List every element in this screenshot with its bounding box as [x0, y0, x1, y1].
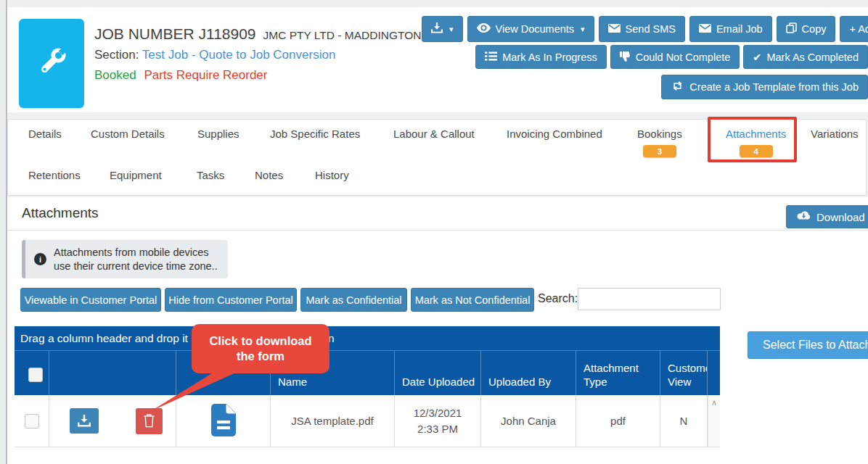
status-alert: Parts Require Reorder: [144, 68, 267, 82]
retweet-icon: [671, 81, 684, 93]
mobile-timezone-note: i Attachments from mobile devices use th…: [22, 240, 228, 278]
attachments-panel-title: Attachments: [22, 205, 99, 221]
mark-confidential-button[interactable]: Mark as Confidential: [300, 288, 407, 312]
download-icon: [431, 22, 443, 36]
could-not-complete-label: Could Not Complete: [636, 51, 731, 63]
row-file-type-cell: [176, 395, 271, 447]
download-form-tooltip: Click to download the form: [192, 324, 329, 373]
envelope-icon: [699, 23, 711, 35]
view-documents-label: View Documents: [496, 23, 575, 35]
tab-history[interactable]: History: [315, 169, 349, 181]
create-job-template-button[interactable]: Create a Job Template from this Job: [661, 75, 868, 99]
tab-attachments[interactable]: Attachments 4: [726, 128, 786, 157]
row-customer-view-cell: N: [660, 395, 708, 447]
tab-tasks[interactable]: Tasks: [197, 169, 224, 181]
add-to-contract-button[interactable]: + Add to Contract: [840, 16, 868, 42]
tab-job-specific-rates[interactable]: Job Specific Rates: [270, 128, 360, 140]
copy-button[interactable]: Copy: [777, 16, 836, 42]
select-files-label: Select Files to Attach: [763, 339, 868, 352]
row-name-cell[interactable]: JSA template.pdf: [271, 395, 395, 447]
status-line: Booked Parts Require Reorder: [94, 68, 267, 83]
mark-in-progress-button[interactable]: Mark As In Progress: [475, 45, 607, 69]
row-date-cell: 12/3/2021 2:33 PM: [395, 395, 481, 447]
chevron-down-icon: ▾: [581, 25, 585, 34]
page: JOB NUMBER J118909 JMC PTY LTD - MADDING…: [0, 0, 868, 464]
column-header-uploaded-by[interactable]: Uploaded By: [481, 351, 576, 395]
scroll-up-icon[interactable]: ∧: [711, 398, 717, 407]
column-header-date-uploaded[interactable]: Date Uploaded: [395, 351, 481, 395]
tab-retentions[interactable]: Retentions: [28, 169, 81, 181]
email-job-button[interactable]: Email Job: [689, 16, 772, 42]
job-number: JOB NUMBER J118909: [94, 25, 256, 43]
header-actions-cell: [49, 351, 176, 395]
tab-supplies[interactable]: Supplies: [197, 128, 239, 140]
create-job-template-label: Create a Job Template from this Job: [689, 81, 859, 93]
job-header-card: JOB NUMBER J118909 JMC PTY LTD - MADDING…: [7, 7, 868, 112]
tab-bookings[interactable]: Bookings 3: [637, 128, 682, 157]
header-select-all-cell: [15, 351, 49, 395]
section-link[interactable]: Test Job - Quote to Job Conversion: [142, 48, 335, 62]
search-input[interactable]: [578, 288, 721, 310]
thumbs-down-icon: [620, 51, 631, 64]
mark-completed-button[interactable]: ✔ Mark As Completed: [743, 45, 868, 69]
status-booked: Booked: [94, 68, 136, 82]
chevron-down-icon: ▾: [449, 25, 454, 34]
tab-details[interactable]: Details: [28, 128, 62, 140]
add-to-contract-label: + Add to Contract: [849, 23, 868, 35]
row-select-cell: [15, 395, 49, 447]
tab-equipment[interactable]: Equipment: [110, 169, 162, 181]
could-not-complete-button[interactable]: Could Not Complete: [610, 45, 740, 69]
info-icon: i: [34, 253, 46, 265]
checklist-icon: [485, 51, 497, 63]
tab-notes[interactable]: Notes: [255, 169, 283, 181]
copy-icon: [786, 22, 797, 36]
envelope-icon: [608, 23, 621, 35]
download-attachment-button[interactable]: [70, 408, 99, 434]
row-actions-cell: [49, 395, 176, 447]
download-dropdown-button[interactable]: ▾: [422, 16, 463, 42]
job-actions-row3: Create a Job Template from this Job: [653, 75, 868, 99]
tab-invoicing-combined[interactable]: Invoicing Combined: [507, 128, 602, 140]
copy-label: Copy: [802, 23, 827, 35]
hide-from-portal-button[interactable]: Hide from Customer Portal: [165, 288, 297, 312]
mark-completed-label: Mark As Completed: [766, 51, 859, 63]
job-company: JMC PTY LTD - MADDINGTON: [263, 29, 422, 42]
panel-divider: [7, 230, 868, 231]
job-tabs-card: Details Custom Details Supplies Job Spec…: [7, 119, 867, 196]
pdf-file-icon[interactable]: [211, 404, 236, 439]
section-label: Section:: [94, 48, 139, 62]
attachments-grid: Drag a column header and drop it here to…: [15, 326, 720, 464]
job-type-icon-tile: [19, 19, 84, 108]
column-header-attachment-type[interactable]: Attachment Type: [576, 351, 660, 395]
grid-group-hint-bar[interactable]: Drag a column header and drop it here to…: [15, 326, 720, 350]
tab-labour-callout[interactable]: Labour & Callout: [393, 128, 475, 140]
cloud-download-icon: [796, 210, 811, 223]
select-all-checkbox[interactable]: [28, 368, 43, 382]
column-header-customer-view[interactable]: Customer View: [660, 351, 708, 395]
email-job-label: Email Job: [716, 23, 763, 35]
mark-not-confidential-button[interactable]: Mark as Not Confidential: [411, 288, 534, 312]
download-attachments-button[interactable]: Download: [786, 205, 868, 228]
job-actions-row2: Mark As In Progress Could Not Complete ✔…: [515, 45, 868, 69]
view-documents-button[interactable]: View Documents ▾: [467, 16, 594, 42]
page-left-gutter: [0, 0, 6, 464]
job-title-line: JOB NUMBER J118909 JMC PTY LTD - MADDING…: [94, 25, 421, 43]
grid-scrollbar[interactable]: ∧: [708, 395, 720, 447]
send-sms-button[interactable]: Send SMS: [599, 16, 685, 42]
grid-header-row: Name Date Uploaded Uploaded By Attachmen…: [15, 350, 720, 395]
check-icon: ✔: [753, 51, 761, 63]
viewable-in-portal-button[interactable]: Viewable in Customer Portal: [20, 288, 161, 312]
header-scrollbar-spacer: [708, 351, 720, 395]
mobile-timezone-note-text: Attachments from mobile devices use thei…: [54, 246, 218, 273]
search-label: Search:: [538, 292, 578, 305]
section-line: Section: Test Job - Quote to Job Convers…: [94, 48, 335, 62]
delete-attachment-button[interactable]: [136, 408, 163, 434]
row-checkbox[interactable]: [25, 414, 39, 428]
download-attachments-label: Download: [816, 211, 865, 223]
tab-custom-details[interactable]: Custom Details: [91, 128, 165, 140]
mark-in-progress-label: Mark As In Progress: [502, 51, 597, 63]
tab-variations[interactable]: Variations: [811, 128, 859, 140]
select-files-to-attach-button[interactable]: Select Files to Attach: [748, 331, 868, 359]
attachment-table-row: JSA template.pdf 12/3/2021 2:33 PM John …: [15, 395, 720, 447]
attachments-count-badge: 4: [740, 145, 773, 157]
